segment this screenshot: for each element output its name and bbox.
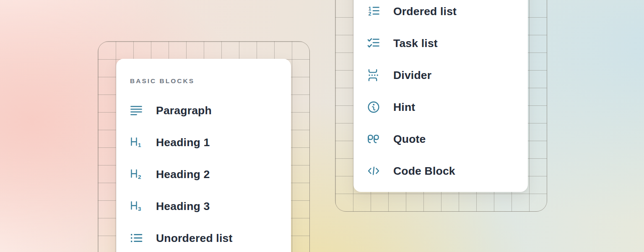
menu-item-label: Quote	[393, 133, 426, 146]
task-list-icon	[367, 37, 380, 50]
divider-icon	[367, 69, 380, 81]
heading-3-icon: 3	[130, 200, 143, 213]
menu-item-unordered-list[interactable]: Unordered list	[116, 222, 291, 252]
paragraph-icon	[130, 104, 143, 117]
svg-text:1: 1	[138, 142, 141, 148]
menu-item-hint[interactable]: Hint	[353, 91, 528, 123]
blocks-menu-card-continued: 1 2 Ordered list Task list	[353, 0, 528, 192]
svg-text:2: 2	[369, 11, 371, 17]
menu-item-label: Unordered list	[156, 232, 232, 245]
menu-item-label: Ordered list	[393, 5, 457, 18]
menu-item-label: Code Block	[393, 165, 455, 178]
menu-item-heading-3[interactable]: 3 Heading 3	[116, 190, 291, 222]
menu-item-code-block[interactable]: Code Block	[353, 155, 528, 187]
code-block-icon	[367, 165, 380, 177]
blocks-menu-list: 1 2 Ordered list Task list	[353, 0, 528, 187]
basic-blocks-menu-card: BASIC BLOCKS Paragraph 1 Heading 1 2 Hea…	[116, 59, 291, 252]
svg-text:3: 3	[138, 206, 141, 212]
unordered-list-icon	[130, 232, 143, 244]
menu-item-label: Heading 2	[156, 168, 210, 181]
menu-item-heading-2[interactable]: 2 Heading 2	[116, 158, 291, 190]
basic-blocks-section-header: BASIC BLOCKS	[130, 71, 291, 91]
quote-icon	[367, 133, 380, 145]
basic-blocks-menu-list: Paragraph 1 Heading 1 2 Heading 2 3 Head…	[116, 94, 291, 252]
menu-item-heading-1[interactable]: 1 Heading 1	[116, 126, 291, 158]
menu-item-divider[interactable]: Divider	[353, 59, 528, 91]
block-menu-illustration: { "left_card": { "header": "BASIC BLOCKS…	[0, 0, 644, 252]
ordered-list-icon: 1 2	[367, 5, 380, 18]
menu-item-label: Heading 3	[156, 200, 210, 213]
menu-item-task-list[interactable]: Task list	[353, 27, 528, 59]
hint-icon	[367, 101, 380, 113]
menu-item-paragraph[interactable]: Paragraph	[116, 94, 291, 126]
menu-item-label: Heading 1	[156, 136, 210, 149]
menu-item-quote[interactable]: Quote	[353, 123, 528, 155]
menu-item-label: Task list	[393, 37, 438, 50]
menu-item-label: Paragraph	[156, 104, 212, 117]
heading-2-icon: 2	[130, 168, 143, 181]
svg-text:2: 2	[138, 174, 141, 180]
menu-item-label: Divider	[393, 69, 431, 82]
heading-1-icon: 1	[130, 136, 143, 149]
menu-item-ordered-list[interactable]: 1 2 Ordered list	[353, 0, 528, 27]
menu-item-label: Hint	[393, 101, 415, 114]
